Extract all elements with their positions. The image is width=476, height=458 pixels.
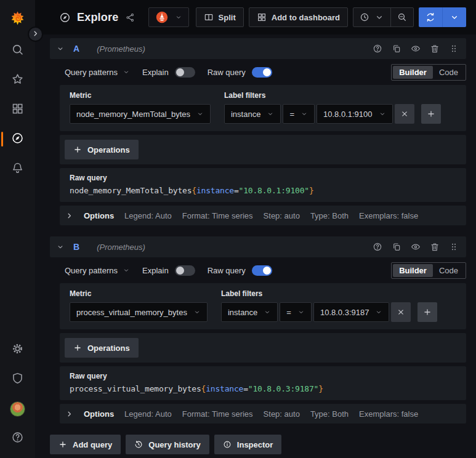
- caret-down-icon: [267, 110, 274, 118]
- filter-value: 10.8.0.1:9100: [323, 110, 373, 119]
- raw-query-label: Raw query: [208, 68, 246, 77]
- refresh-interval-dropdown[interactable]: [443, 7, 466, 27]
- add-operation-button[interactable]: Operations: [65, 140, 139, 159]
- explain-toggle[interactable]: [175, 265, 195, 276]
- query-patterns-dropdown[interactable]: Query patterns: [65, 68, 130, 77]
- filter-operator-select[interactable]: =: [283, 104, 315, 124]
- add-operation-button[interactable]: Operations: [65, 338, 139, 358]
- label-filters-label: Label filters: [224, 91, 441, 100]
- metric-select[interactable]: process_virtual_memory_bytes: [70, 302, 208, 322]
- explore-compass-icon: [11, 132, 24, 147]
- sidebar-item-starred[interactable]: [0, 65, 35, 95]
- filter-value: 10.8.0.3:9187: [320, 308, 369, 317]
- options-format: Format: Time series: [182, 211, 253, 220]
- sidebar-expand-button[interactable]: [28, 26, 43, 42]
- inspector-label: Inspector: [237, 440, 273, 449]
- options-card[interactable]: Options Legend: Auto Format: Time series…: [60, 404, 466, 424]
- caret-down-icon: [264, 308, 271, 316]
- sidebar-item-help[interactable]: [0, 424, 35, 453]
- time-picker-button[interactable]: [353, 8, 390, 26]
- raw-query-toggle[interactable]: [252, 67, 272, 78]
- duplicate-icon[interactable]: [392, 44, 401, 54]
- add-filter-button[interactable]: [418, 302, 437, 322]
- inspector-button[interactable]: Inspector: [214, 435, 282, 454]
- user-avatar: [10, 401, 25, 417]
- sidebar-item-profile[interactable]: [0, 394, 35, 424]
- drag-handle-icon[interactable]: [449, 44, 459, 54]
- info-icon: [223, 440, 232, 449]
- filter-label-select[interactable]: instance: [221, 302, 278, 322]
- operations-card: Operations: [60, 135, 466, 164]
- collapse-caret-icon[interactable]: [56, 243, 65, 251]
- filter-label-select[interactable]: instance: [224, 104, 281, 124]
- explain-label: Explain: [142, 68, 169, 77]
- options-legend: Legend: Auto: [124, 409, 172, 419]
- code-tab[interactable]: Code: [433, 264, 464, 277]
- clock-icon: [360, 12, 369, 22]
- code-metric: process_virtual_memory_bytes: [70, 384, 201, 393]
- chevron-right-icon: [65, 212, 73, 220]
- operations-card: Operations: [60, 333, 466, 363]
- remove-filter-button[interactable]: [395, 104, 414, 124]
- options-type: Type: Both: [310, 211, 349, 220]
- filter-label-value: instance: [231, 110, 260, 119]
- metric-select[interactable]: node_memory_MemTotal_bytes: [70, 104, 211, 124]
- refresh-button[interactable]: [419, 7, 442, 27]
- help-icon[interactable]: [373, 44, 382, 54]
- sidebar-item-search[interactable]: [0, 36, 35, 65]
- metric-value: node_memory_MemTotal_bytes: [76, 110, 190, 119]
- code-string: "10.8.0.3:9187": [248, 384, 318, 393]
- operations-label: Operations: [87, 145, 130, 155]
- drag-handle-icon[interactable]: [449, 242, 459, 252]
- builder-tab[interactable]: Builder: [393, 264, 433, 277]
- builder-tab[interactable]: Builder: [393, 66, 433, 79]
- caret-down-icon: [297, 308, 305, 316]
- toggle-knob: [263, 68, 271, 76]
- topnav-left: Explore: [59, 7, 189, 27]
- filter-value-select[interactable]: 10.8.0.1:9100: [317, 104, 393, 124]
- add-query-button[interactable]: Add query: [50, 435, 121, 454]
- add-to-dashboard-button[interactable]: Add to dashboard: [249, 7, 348, 27]
- zoom-out-icon: [397, 12, 407, 22]
- query-history-button[interactable]: Query history: [126, 435, 209, 454]
- query-ref-label[interactable]: B: [73, 242, 79, 252]
- split-button[interactable]: Split: [196, 7, 244, 27]
- query-actions: [373, 44, 459, 54]
- help-icon[interactable]: [373, 242, 382, 252]
- trash-icon[interactable]: [430, 44, 440, 54]
- filter-operator-select[interactable]: =: [280, 302, 312, 322]
- raw-query-toggle[interactable]: [252, 265, 272, 276]
- options-label: Options: [84, 211, 114, 220]
- share-icon[interactable]: [126, 13, 135, 22]
- caret-down-icon: [374, 12, 384, 22]
- trash-icon[interactable]: [430, 242, 440, 252]
- sidebar-item-alerting[interactable]: [0, 154, 35, 183]
- zoom-out-button[interactable]: [391, 8, 413, 26]
- plus-icon: [427, 110, 435, 118]
- disable-eye-icon[interactable]: [411, 44, 421, 54]
- topnav-actions: Split Add to dashboard: [196, 7, 466, 27]
- sidebar-item-dashboards[interactable]: [0, 95, 35, 124]
- duplicate-icon[interactable]: [392, 242, 401, 252]
- page-title: Explore: [77, 11, 118, 24]
- sidebar-item-server-admin[interactable]: [0, 364, 35, 394]
- remove-filter-button[interactable]: [391, 302, 411, 322]
- sidebar-item-explore[interactable]: [0, 124, 35, 154]
- add-filter-button[interactable]: [421, 104, 441, 124]
- filter-value-select[interactable]: 10.8.0.3:9187: [313, 302, 390, 322]
- code-tab[interactable]: Code: [433, 66, 464, 79]
- datasource-picker[interactable]: [148, 7, 189, 27]
- explain-toggle[interactable]: [175, 67, 195, 78]
- query-datasource-label: (Prometheus): [97, 243, 145, 252]
- query-patterns-dropdown[interactable]: Query patterns: [65, 266, 130, 275]
- disable-eye-icon[interactable]: [411, 242, 421, 252]
- options-exemplars: Exemplars: false: [359, 211, 418, 220]
- split-icon: [204, 12, 214, 22]
- query-ref-label[interactable]: A: [73, 44, 79, 54]
- code-close-brace: }: [309, 186, 314, 195]
- collapse-caret-icon[interactable]: [56, 44, 65, 53]
- sidebar-item-configuration[interactable]: [0, 335, 35, 364]
- options-card[interactable]: Options Legend: Auto Format: Time series…: [60, 206, 466, 225]
- dashboards-grid-icon: [11, 102, 24, 118]
- topnav: Explore Split Add to dashboard: [35, 0, 476, 34]
